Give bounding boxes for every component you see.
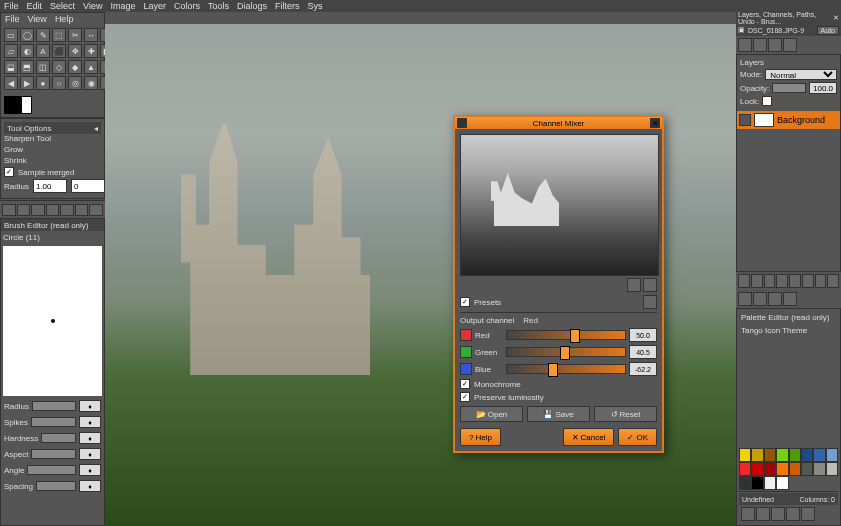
brush-slider-arrows[interactable]: ♦ — [79, 448, 101, 460]
tab-icon[interactable] — [753, 292, 767, 306]
tool-icon[interactable]: ▭ — [4, 28, 18, 42]
color-tab[interactable] — [2, 204, 16, 216]
tool-icon[interactable]: ● — [36, 76, 50, 90]
color-tab[interactable] — [89, 204, 103, 216]
tool-icon[interactable]: ◉ — [84, 76, 98, 90]
image-selector[interactable]: ▣DSC_0188.JPG-9Auto — [736, 24, 841, 36]
menu-select[interactable]: Select — [50, 1, 75, 11]
cancel-button[interactable]: ✕Cancel — [563, 428, 615, 446]
tab-icon[interactable] — [789, 274, 801, 288]
brush-slider[interactable] — [31, 449, 76, 459]
close-icon[interactable]: ✕ — [650, 118, 660, 128]
color-tab[interactable] — [46, 204, 60, 216]
color-swatch[interactable] — [739, 476, 751, 490]
channel-slider[interactable] — [506, 330, 626, 340]
menu-image[interactable]: Image — [110, 1, 135, 11]
menu-dialogs[interactable]: Dialogs — [237, 1, 267, 11]
open-button[interactable]: 📂Open — [460, 406, 523, 422]
tool-icon[interactable]: ✎ — [36, 28, 50, 42]
color-swatch[interactable] — [826, 462, 838, 476]
channel-value[interactable]: 40.5 — [629, 345, 657, 359]
brush-slider-arrows[interactable]: ♦ — [79, 464, 101, 476]
dialog-titlebar[interactable]: Channel Mixer ✕ — [455, 117, 662, 129]
menu-filters[interactable]: Filters — [275, 1, 300, 11]
color-swatch[interactable] — [826, 448, 838, 462]
color-swatch[interactable] — [739, 462, 751, 476]
brush-slider-arrows[interactable]: ♦ — [79, 432, 101, 444]
opt-tree-item[interactable]: Shrink — [4, 156, 27, 165]
tab-icon[interactable] — [768, 292, 782, 306]
color-tab[interactable] — [31, 204, 45, 216]
color-swatch[interactable] — [813, 462, 825, 476]
opacity-value[interactable]: 100.0 — [809, 82, 837, 94]
brush-slider[interactable] — [31, 417, 76, 427]
auto-button[interactable]: Auto — [817, 26, 839, 35]
color-selector[interactable] — [4, 96, 32, 114]
tool-icon[interactable]: ◇ — [52, 60, 66, 74]
zoom-in-icon[interactable] — [643, 278, 657, 292]
channel-slider[interactable] — [506, 347, 626, 357]
tab-icon[interactable] — [783, 292, 797, 306]
palette-btn-icon[interactable] — [756, 507, 770, 521]
opt-tree-item[interactable]: Grow — [4, 145, 23, 154]
color-swatch[interactable] — [789, 462, 801, 476]
tool-icon[interactable]: ◎ — [68, 76, 82, 90]
tool-icon[interactable]: ▱ — [4, 44, 18, 58]
ok-button[interactable]: ✓OK — [618, 428, 657, 446]
foreground-color[interactable] — [4, 96, 22, 114]
tab-undo-icon[interactable] — [783, 38, 797, 52]
color-tab[interactable] — [60, 204, 74, 216]
tab-icon[interactable] — [802, 274, 814, 288]
color-swatch[interactable] — [751, 448, 763, 462]
menu-tools[interactable]: Tools — [208, 1, 229, 11]
menu-layer[interactable]: Layer — [143, 1, 166, 11]
tab-layers-icon[interactable] — [738, 38, 752, 52]
monochrome-check[interactable]: ✓ — [460, 379, 470, 389]
color-swatch[interactable] — [764, 476, 776, 490]
tool-icon[interactable]: A — [36, 44, 50, 58]
tab-icon[interactable] — [815, 274, 827, 288]
tab-icon[interactable] — [827, 274, 839, 288]
tool-icon[interactable]: ◯ — [20, 28, 34, 42]
panel-menu-icon[interactable]: ◂ — [94, 124, 98, 133]
menu-file[interactable]: File — [4, 1, 19, 11]
brush-slider-arrows[interactable]: ♦ — [79, 400, 101, 412]
tool-icon[interactable]: ◆ — [68, 60, 82, 74]
tool-icon[interactable]: ✚ — [84, 44, 98, 58]
brush-slider[interactable] — [36, 481, 76, 491]
tab-icon[interactable] — [738, 292, 752, 306]
color-swatch[interactable] — [764, 448, 776, 462]
tool-icon[interactable]: ◐ — [20, 44, 34, 58]
eye-icon[interactable] — [739, 114, 751, 126]
tool-icon[interactable]: ○ — [52, 76, 66, 90]
tb-view[interactable]: View — [28, 14, 47, 24]
menu-view[interactable]: View — [83, 1, 102, 11]
presets-check[interactable]: ✓ — [460, 297, 470, 307]
radius-input[interactable] — [33, 179, 67, 193]
output-channel-value[interactable]: Red — [523, 316, 538, 325]
color-swatch[interactable] — [751, 462, 763, 476]
tool-icon[interactable]: ✥ — [68, 44, 82, 58]
tool-icon[interactable]: ⬚ — [52, 28, 66, 42]
tool-icon[interactable]: ◫ — [36, 60, 50, 74]
brush-slider[interactable] — [27, 465, 76, 475]
color-swatch[interactable] — [776, 476, 788, 490]
color-swatch[interactable] — [801, 462, 813, 476]
tool-icon[interactable]: ▶ — [20, 76, 34, 90]
tb-file[interactable]: File — [5, 14, 20, 24]
layer-item[interactable]: Background — [737, 111, 840, 129]
lock-check[interactable] — [762, 96, 772, 106]
channel-value[interactable]: -62.2 — [629, 362, 657, 376]
menu-colors[interactable]: Colors — [174, 1, 200, 11]
menu-edit[interactable]: Edit — [27, 1, 43, 11]
tool-icon[interactable]: ⬛ — [52, 44, 66, 58]
tool-icon[interactable]: ✂ — [68, 28, 82, 42]
zoom-out-icon[interactable] — [627, 278, 641, 292]
palette-btn-icon[interactable] — [801, 507, 815, 521]
palette-btn-icon[interactable] — [786, 507, 800, 521]
opacity-slider[interactable] — [772, 83, 806, 93]
presets-menu-icon[interactable] — [643, 295, 657, 309]
color-swatch[interactable] — [813, 448, 825, 462]
tab-icon[interactable] — [738, 274, 750, 288]
color-swatch[interactable] — [801, 448, 813, 462]
